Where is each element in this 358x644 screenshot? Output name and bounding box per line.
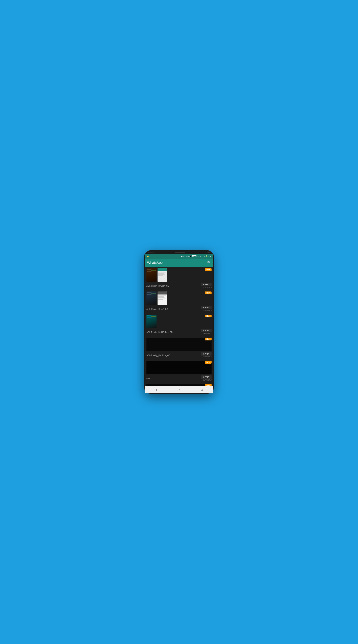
preview-image-1 [146, 268, 156, 282]
theme-date: 05/05/2018 [203, 310, 212, 312]
theme-date: 05/05/2018 [203, 379, 212, 381]
home-button[interactable]: ○ [178, 388, 180, 391]
app-title: WhatsApp [147, 261, 162, 265]
new-badge: New [205, 268, 212, 271]
theme-previews [146, 268, 212, 282]
network-icon: ⁴G [197, 256, 199, 257]
new-badge: New [205, 338, 212, 340]
new-badge: New [205, 384, 212, 386]
battery-pct: 71% [202, 256, 205, 257]
apply-button[interactable]: APPLY [201, 352, 212, 356]
new-badge: New [205, 314, 212, 317]
theme-date: 05/05/2018 [203, 356, 212, 358]
preview-image-1 [146, 314, 156, 328]
theme-list: New [145, 267, 213, 386]
phone-frame: 🔔 4.81 K/s ⊕ 📳 VoLTE ⁴G ▲ 71% 🔋 5:18 Wha… [144, 250, 214, 394]
theme-name: ASK-Reality_RedBlue_GB [146, 354, 170, 356]
battery-icon: 🔋 [206, 256, 208, 257]
preview-placeholder [146, 384, 212, 386]
theme-previews [146, 314, 212, 328]
theme-previews [146, 338, 212, 351]
network-speed: 4.81 K/s [181, 256, 187, 257]
app-bar: WhatsApp 🔍 [145, 258, 213, 267]
speaker [175, 252, 185, 253]
theme-item: New ASK-Reality_RedBlue_GB APPLY 05/05/2… [145, 336, 213, 359]
new-badge: New [205, 361, 212, 364]
status-bar: 🔔 4.81 K/s ⊕ 📳 VoLTE ⁴G ▲ 71% 🔋 5:18 [145, 254, 213, 258]
theme-name: ASK-Reality_Grey2_GB [146, 308, 168, 310]
apply-button[interactable]: APPLY [201, 283, 212, 286]
time-display: 5:18 [208, 256, 211, 257]
wifi-icon: ⊕ [188, 256, 189, 257]
theme-item: New dark1 APPLY 05/05/2018 [145, 359, 213, 382]
recents-button[interactable]: □ [201, 388, 202, 391]
preview-image-1 [146, 292, 156, 305]
theme-date: 05/05/2018 [203, 333, 212, 334]
theme-item: New ASK-Reality_MultiColors_GB APPLY [145, 313, 213, 336]
phone-screen: 🔔 4.81 K/s ⊕ 📳 VoLTE ⁴G ▲ 71% 🔋 5:18 Wha… [145, 254, 213, 393]
preview-image-2 [158, 268, 167, 282]
theme-previews [146, 292, 212, 305]
preview-image-2 [158, 292, 167, 305]
notification-bell-icon: 🔔 [147, 255, 149, 258]
back-button[interactable]: ◁ [155, 388, 157, 391]
theme-item: New [145, 267, 213, 290]
theme-name: ASK-Reality_Dragon_GB [146, 285, 169, 287]
theme-item: New APPLY [145, 382, 213, 386]
theme-item: New [145, 290, 213, 313]
apply-button[interactable]: APPLY [201, 329, 212, 332]
vibrate-icon: 📳 [189, 256, 191, 257]
new-badge: New [205, 292, 212, 294]
camera [207, 252, 208, 253]
preview-placeholder [146, 338, 212, 351]
theme-name: ASK-Reality_MultiColors_GB [146, 331, 172, 334]
apply-button[interactable]: APPLY [201, 306, 212, 309]
preview-placeholder [146, 361, 212, 374]
nav-bar: ◁ ○ □ [145, 386, 213, 393]
theme-name: dark1 [146, 377, 152, 380]
signal-icon: ▲ [200, 256, 201, 257]
theme-date: 05/05/2018 [203, 286, 212, 288]
search-button[interactable]: 🔍 [207, 261, 211, 264]
volte-badge: VoLTE [192, 256, 196, 257]
apply-button[interactable]: APPLY [201, 375, 212, 379]
theme-previews [146, 361, 212, 374]
